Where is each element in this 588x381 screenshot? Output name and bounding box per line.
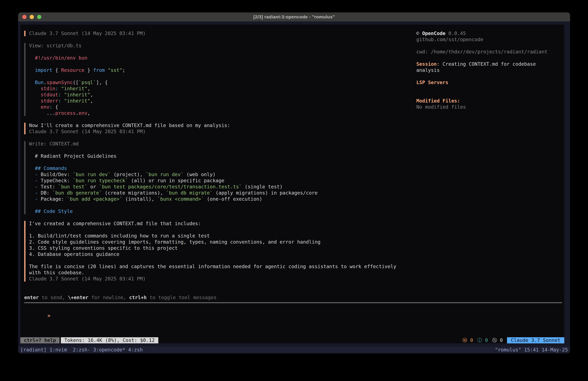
terminal-line: #!/usr/bin/env bun bbox=[29, 55, 411, 61]
terminal-window: [2/3] radiant:3:opencode - "romulus" Cla… bbox=[18, 12, 570, 354]
message-block: I've created a comprehensive CONTEXT.md … bbox=[24, 221, 411, 282]
message-accent-bar bbox=[24, 31, 25, 36]
keybind-hint-line: enter to send, \+enter for newline, ctrl… bbox=[24, 294, 216, 301]
terminal-line: The file is concise (20 lines) and captu… bbox=[29, 264, 411, 269]
terminal-line: import { Resource } from "sst"; bbox=[29, 67, 411, 73]
terminal-line: - Build/Dev: `bun run dev` (project), `b… bbox=[29, 171, 411, 178]
terminal-line: 1. Build/lint/test commands including ho… bbox=[29, 233, 411, 239]
terminal-line: I've created a comprehensive CONTEXT.md … bbox=[29, 221, 411, 227]
status-bar-right: ⓦ 0ⓘ 0ⓗ 0Claude 3.7 Sonnet bbox=[462, 337, 564, 343]
terminal-line bbox=[29, 61, 411, 67]
model-badge: Claude 3.7 Sonnet bbox=[507, 337, 564, 343]
hint-counter: ⓗ 0 bbox=[492, 337, 503, 344]
terminal-line bbox=[416, 43, 562, 49]
terminal-line: No modified files bbox=[416, 104, 562, 110]
terminal-line bbox=[29, 257, 411, 264]
terminal-line bbox=[416, 73, 562, 79]
terminal-line: stderr: "inherit", bbox=[29, 98, 411, 104]
terminal-line bbox=[29, 227, 411, 233]
terminal-line: Write: CONTEXT.md bbox=[29, 141, 411, 147]
terminal-line: Claude 3.7 Sonnet (14 May 2025 03:41 PM) bbox=[29, 30, 411, 37]
message-accent-bar bbox=[24, 43, 25, 116]
terminal-line: ## Commands bbox=[29, 165, 411, 171]
terminal-line bbox=[416, 55, 562, 61]
terminal-line bbox=[29, 202, 411, 208]
terminal-line bbox=[29, 49, 411, 55]
status-bar-left: ctrl+? help Tokens: 16.4K (8%), Cost: $0… bbox=[20, 337, 158, 343]
warning-counter: ⓦ 0 bbox=[462, 337, 473, 344]
message-accent-bar bbox=[24, 221, 25, 282]
minimize-button[interactable] bbox=[30, 15, 34, 19]
terminal-line bbox=[29, 159, 411, 165]
terminal-line: 2. Code style guidelines covering import… bbox=[29, 239, 411, 245]
status-bar: ctrl+? help Tokens: 16.4K (8%), Cost: $0… bbox=[20, 337, 564, 343]
terminal-line bbox=[29, 147, 411, 153]
tmux-windows: [radiant] 1:nvim 2:zsh- 3:opencode* 4:zs… bbox=[20, 347, 143, 353]
info-counter: ⓘ 0 bbox=[477, 337, 488, 344]
tmux-session-name: [radiant] bbox=[20, 347, 50, 353]
terminal-line: 3. CSS styling conventions specific to t… bbox=[29, 245, 411, 251]
terminal-line: Bun.spawnSync([`psql`], { bbox=[29, 79, 411, 86]
terminal-line: github.com/sst/opencode bbox=[416, 37, 562, 43]
terminal-line: Claude 3.7 Sonnet (14 May 2025 03:41 PM) bbox=[29, 129, 411, 135]
terminal-line bbox=[29, 73, 411, 79]
input-divider bbox=[24, 302, 562, 303]
tmux-clock: "romulus" 15:41 14-May-25 bbox=[495, 347, 568, 353]
message-block: Now I'll create a comprehensive CONTEXT.… bbox=[24, 122, 411, 135]
terminal-line: ## Code Style bbox=[29, 208, 411, 214]
terminal-line: - Package: `bun add <package>` (install)… bbox=[29, 196, 411, 202]
tmux-window-1[interactable]: 1:nvim bbox=[50, 347, 70, 353]
tmux-status-bar: [radiant] 1:nvim 2:zsh- 3:opencode* 4:zs… bbox=[18, 347, 570, 353]
tmux-window-2[interactable]: 2:zsh- bbox=[70, 347, 90, 353]
terminal-line: Session: Creating CONTEXT.md for codebas… bbox=[416, 61, 562, 67]
terminal-body: Claude 3.7 Sonnet (14 May 2025 03:41 PM)… bbox=[18, 22, 570, 354]
window-title: [2/3] radiant:3:opencode - "romulus" bbox=[253, 14, 335, 20]
terminal-line: cwd: /home/thdxr/dev/projects/radiant/ra… bbox=[416, 49, 562, 55]
help-keybind-chip: ctrl+? help bbox=[20, 337, 60, 343]
tmux-window-3[interactable]: 3:opencode* bbox=[90, 347, 125, 353]
session-sidebar: © OpenCode 0.0.45github.com/sst/opencode… bbox=[416, 30, 562, 110]
terminal-line: © OpenCode 0.0.45 bbox=[416, 30, 562, 37]
message-accent-bar bbox=[24, 123, 25, 134]
zoom-button[interactable] bbox=[37, 15, 41, 19]
prompt-symbol: > bbox=[48, 313, 50, 318]
terminal-line: stdout: "inherit", bbox=[29, 92, 411, 98]
terminal-line bbox=[416, 86, 562, 92]
terminal-line: View: script/db.ts bbox=[29, 43, 411, 49]
terminal-line: analysis bbox=[416, 67, 562, 73]
terminal-line: # Radiant Project Guidelines bbox=[29, 153, 411, 159]
tokens-cost-chip: Tokens: 16.4K (8%), Cost: $0.12 bbox=[61, 337, 158, 343]
terminal-line: LSP Servers bbox=[416, 79, 562, 86]
terminal-line: with this codebase. bbox=[29, 269, 411, 276]
tmux-window-4[interactable]: 4:zsh bbox=[125, 347, 143, 353]
terminal-line bbox=[416, 92, 562, 98]
terminal-line: env: { bbox=[29, 104, 411, 110]
message-accent-bar bbox=[24, 141, 25, 214]
window-titlebar: [2/3] radiant:3:opencode - "romulus" bbox=[18, 12, 570, 22]
terminal-line: ...process.env, bbox=[29, 110, 411, 116]
terminal-line: Modified Files: bbox=[416, 98, 562, 104]
terminal-line: Claude 3.7 Sonnet (14 May 2025 03:41 PM) bbox=[29, 276, 411, 282]
terminal-line: - Test: `bun test` or `bun test packages… bbox=[29, 184, 411, 190]
terminal-line: 4. Database operations guidance bbox=[29, 251, 411, 257]
chat-area: Claude 3.7 Sonnet (14 May 2025 03:41 PM)… bbox=[24, 30, 411, 288]
terminal-line: - DB: `bun db generate` (create migratio… bbox=[29, 190, 411, 196]
close-button[interactable] bbox=[22, 15, 26, 19]
terminal-line: stdin: "inherit", bbox=[29, 86, 411, 92]
message-block: View: script/db.ts #!/usr/bin/env bun im… bbox=[24, 43, 411, 116]
opencode-tui: Claude 3.7 Sonnet (14 May 2025 03:41 PM)… bbox=[20, 24, 564, 343]
message-block: Claude 3.7 Sonnet (14 May 2025 03:41 PM) bbox=[24, 30, 411, 37]
prompt-input[interactable]: > bbox=[24, 307, 50, 313]
message-block: Write: CONTEXT.md # Radiant Project Guid… bbox=[24, 141, 411, 214]
traffic-lights bbox=[22, 15, 41, 19]
terminal-line: Now I'll create a comprehensive CONTEXT.… bbox=[29, 122, 411, 129]
terminal-line: - TypeCheck: `bun run typecheck` (all) o… bbox=[29, 178, 411, 184]
